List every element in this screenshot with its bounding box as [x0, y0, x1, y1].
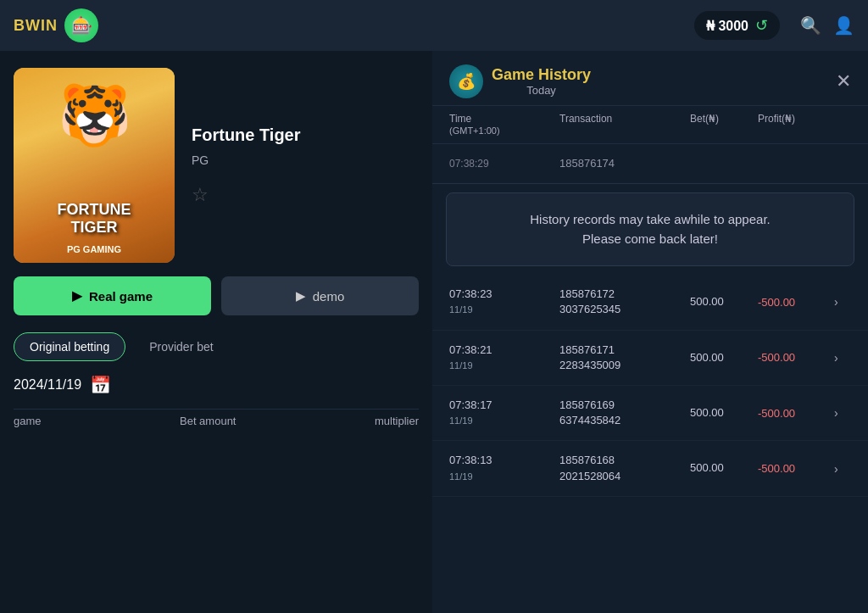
- row3-transaction: 1858761696374435842: [559, 398, 690, 428]
- row3-time: 07:38:1711/19: [449, 398, 559, 428]
- row2-bet: 500.00: [690, 350, 758, 365]
- col-profit-header: Profit(₦): [758, 113, 834, 137]
- row1-time: 07:38:2311/19: [449, 287, 559, 317]
- balance-amount: ₦ 3000: [706, 18, 748, 34]
- first-row-transaction: 185876174: [559, 156, 690, 171]
- thumbnail-background: 🐯 FORTUNE TIGER PG GAMING: [14, 68, 175, 263]
- real-game-button[interactable]: ▶ Real game: [14, 276, 211, 315]
- history-panel-icon: 💰: [449, 64, 483, 98]
- col-bet-header: Bet(₦): [690, 113, 758, 137]
- history-notice: History records may take awhile to appea…: [446, 192, 854, 266]
- row2-time: 07:38:2111/19: [449, 343, 559, 373]
- game-provider: PG: [192, 153, 301, 167]
- play-icon-real: ▶: [72, 288, 82, 304]
- col-empty-header: [834, 113, 851, 137]
- col-bet-header: Bet amount: [180, 415, 236, 427]
- thumbnail-line2: TIGER: [14, 219, 175, 237]
- calendar-icon[interactable]: 📅: [90, 375, 111, 395]
- row3-profit: -500.00: [758, 407, 834, 420]
- selected-date: 2024/11/19: [14, 377, 81, 393]
- row4-time: 07:38:1311/19: [449, 453, 559, 483]
- main-layout: 🐯 FORTUNE TIGER PG GAMING Fortune Tiger …: [0, 51, 868, 613]
- row4-bet: 500.00: [690, 460, 758, 476]
- game-card: 🐯 FORTUNE TIGER PG GAMING Fortune Tiger …: [14, 68, 419, 263]
- date-row: 2024/11/19 📅: [14, 375, 419, 395]
- tab-original-betting[interactable]: Original betting: [14, 332, 125, 361]
- row1-profit: -500.00: [758, 296, 834, 309]
- search-icon[interactable]: 🔍: [800, 15, 821, 36]
- history-row[interactable]: 07:38:1311/19 1858761682021528064 500.00…: [432, 441, 868, 496]
- demo-button[interactable]: ▶ demo: [221, 276, 419, 315]
- row2-profit: -500.00: [758, 351, 834, 364]
- row1-bet: 500.00: [690, 294, 758, 309]
- row4-profit: -500.00: [758, 462, 834, 475]
- tab-provider-bet[interactable]: Provider bet: [134, 332, 228, 361]
- col-transaction-header: Transaction: [559, 113, 690, 137]
- history-row[interactable]: 07:38:2111/19 1858761712283435009 500.00…: [432, 331, 868, 386]
- thumbnail-line1: FORTUNE: [14, 201, 175, 220]
- history-row[interactable]: 07:38:1711/19 1858761696374435842 500.00…: [432, 386, 868, 441]
- logo-icon: 🎰: [64, 8, 98, 42]
- betting-table-header: game Bet amount multiplier: [14, 409, 419, 432]
- thumbnail-label: FORTUNE TIGER: [14, 201, 175, 237]
- row3-chevron[interactable]: ›: [834, 406, 851, 420]
- row4-transaction: 1858761682021528064: [559, 453, 690, 483]
- row4-chevron[interactable]: ›: [834, 462, 851, 476]
- history-row[interactable]: 07:38:2311/19 1858761723037625345 500.00…: [432, 275, 868, 330]
- history-title: Game History: [492, 66, 591, 84]
- user-icon[interactable]: 👤: [833, 15, 854, 36]
- history-table-header: Time(GMT+1:00) Transaction Bet(₦) Profit…: [432, 106, 868, 144]
- logo-area: BWIN 🎰: [14, 8, 98, 42]
- row1-chevron[interactable]: ›: [834, 295, 851, 309]
- col-game-header: game: [14, 415, 42, 427]
- logo-text: BWIN: [14, 17, 58, 35]
- history-header-left: 💰 Game History Today: [449, 64, 591, 98]
- history-row-first[interactable]: 07:38:29 185876174: [432, 144, 868, 184]
- history-notice-text: History records may take awhile to appea…: [530, 212, 770, 246]
- row3-bet: 500.00: [690, 405, 758, 421]
- balance-area: ₦ 3000 ↺: [694, 11, 780, 40]
- row1-transaction: 1858761723037625345: [559, 287, 690, 317]
- real-game-label: Real game: [89, 289, 153, 304]
- thumbnail-sublabel: PG GAMING: [14, 244, 175, 254]
- betting-tabs: Original betting Provider bet: [14, 332, 419, 361]
- history-title-area: Game History Today: [492, 66, 591, 97]
- close-history-button[interactable]: ✕: [836, 70, 851, 92]
- history-subtitle: Today: [526, 84, 556, 97]
- col-multiplier-header: multiplier: [375, 415, 419, 427]
- refresh-icon[interactable]: ↺: [755, 16, 768, 35]
- demo-label: demo: [313, 289, 345, 304]
- row2-transaction: 1858761712283435009: [559, 343, 690, 373]
- first-row-time: 07:38:29: [449, 157, 559, 171]
- game-info: Fortune Tiger PG ☆: [192, 125, 301, 206]
- col-time-header: Time(GMT+1:00): [449, 113, 559, 137]
- game-history-panel: 💰 Game History Today ✕ Time(GMT+1:00) Tr…: [432, 51, 868, 613]
- header-icons: 🔍 👤: [800, 15, 854, 36]
- play-icon-demo: ▶: [296, 288, 306, 304]
- app-header: BWIN 🎰 ₦ 3000 ↺ 🔍 👤: [0, 0, 868, 51]
- game-thumbnail: 🐯 FORTUNE TIGER PG GAMING: [14, 68, 175, 263]
- favorite-icon[interactable]: ☆: [192, 184, 301, 206]
- history-header: 💰 Game History Today ✕: [432, 51, 868, 106]
- left-panel: 🐯 FORTUNE TIGER PG GAMING Fortune Tiger …: [0, 51, 432, 613]
- game-title: Fortune Tiger: [192, 125, 301, 145]
- history-rows-container: 07:38:2311/19 1858761723037625345 500.00…: [432, 275, 868, 613]
- game-buttons: ▶ Real game ▶ demo: [14, 276, 419, 315]
- row2-chevron[interactable]: ›: [834, 351, 851, 365]
